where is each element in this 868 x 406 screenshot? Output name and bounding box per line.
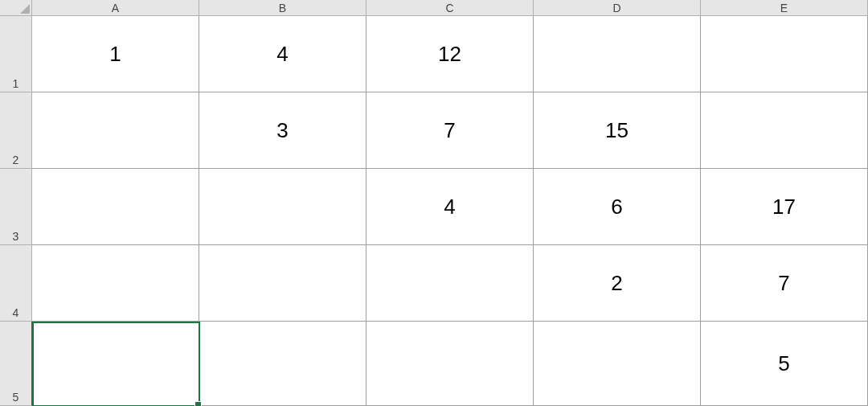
row-header-2[interactable]: 2 xyxy=(0,92,32,169)
cell-B2[interactable]: 3 xyxy=(199,92,366,169)
cell-B1[interactable]: 4 xyxy=(199,16,366,92)
cell-value: 7 xyxy=(778,271,789,296)
column-header-label: B xyxy=(279,2,286,14)
cell-A4[interactable] xyxy=(32,245,199,322)
column-header-B[interactable]: B xyxy=(199,0,366,16)
column-header-label: A xyxy=(112,2,119,14)
svg-marker-0 xyxy=(20,4,30,14)
row-header-label: 5 xyxy=(13,391,19,404)
column-header-C[interactable]: C xyxy=(366,0,534,16)
row-header-label: 1 xyxy=(13,77,19,90)
select-all-corner[interactable] xyxy=(0,0,32,16)
cell-E1[interactable] xyxy=(701,16,868,92)
cell-E2[interactable] xyxy=(701,92,868,169)
cell-B5[interactable] xyxy=(199,322,366,406)
cell-C1[interactable]: 12 xyxy=(366,16,534,92)
cell-D1[interactable] xyxy=(534,16,701,92)
cell-E3[interactable]: 17 xyxy=(701,169,868,245)
cell-A5[interactable] xyxy=(32,322,199,406)
cell-A1[interactable]: 1 xyxy=(32,16,199,92)
cell-value: 15 xyxy=(605,118,628,143)
column-header-D[interactable]: D xyxy=(534,0,701,16)
column-header-label: D xyxy=(612,2,620,14)
cell-value: 4 xyxy=(276,42,288,67)
cell-C5[interactable] xyxy=(366,322,534,406)
cell-value: 17 xyxy=(772,195,796,219)
cell-B4[interactable] xyxy=(199,245,366,322)
cell-value: 1 xyxy=(109,42,121,67)
cell-C3[interactable]: 4 xyxy=(366,169,534,245)
cell-value: 4 xyxy=(444,195,455,219)
cell-value: 2 xyxy=(611,271,622,296)
row-header-label: 4 xyxy=(13,306,19,319)
cell-B3[interactable] xyxy=(199,169,366,245)
cell-value: 6 xyxy=(611,195,622,219)
cell-E5[interactable]: 5 xyxy=(701,322,868,406)
row-header-label: 2 xyxy=(13,154,19,166)
column-header-label: C xyxy=(445,2,453,14)
select-all-triangle-icon xyxy=(20,4,30,14)
column-header-A[interactable]: A xyxy=(32,0,199,16)
column-header-label: E xyxy=(780,2,788,14)
column-header-E[interactable]: E xyxy=(701,0,868,16)
cell-D5[interactable] xyxy=(534,322,701,406)
row-header-4[interactable]: 4 xyxy=(0,245,32,322)
cell-C4[interactable] xyxy=(366,245,534,322)
cell-value: 7 xyxy=(444,118,455,143)
row-header-5[interactable]: 5 xyxy=(0,322,32,406)
cell-A2[interactable] xyxy=(32,92,199,169)
cell-D3[interactable]: 6 xyxy=(534,169,701,245)
cell-C2[interactable]: 7 xyxy=(366,92,534,169)
cell-E4[interactable]: 7 xyxy=(701,245,868,322)
row-header-1[interactable]: 1 xyxy=(0,16,32,92)
cell-value: 5 xyxy=(778,351,789,376)
row-header-3[interactable]: 3 xyxy=(0,169,32,245)
cell-D2[interactable]: 15 xyxy=(534,92,701,169)
row-header-label: 3 xyxy=(13,230,19,243)
cell-D4[interactable]: 2 xyxy=(534,245,701,322)
cell-value: 3 xyxy=(276,118,288,143)
cell-A3[interactable] xyxy=(32,169,199,245)
cell-value: 12 xyxy=(438,42,461,67)
spreadsheet: A B C D E 1 2 3 4 5 1 4 12 3 7 15 4 6 17… xyxy=(0,0,868,406)
